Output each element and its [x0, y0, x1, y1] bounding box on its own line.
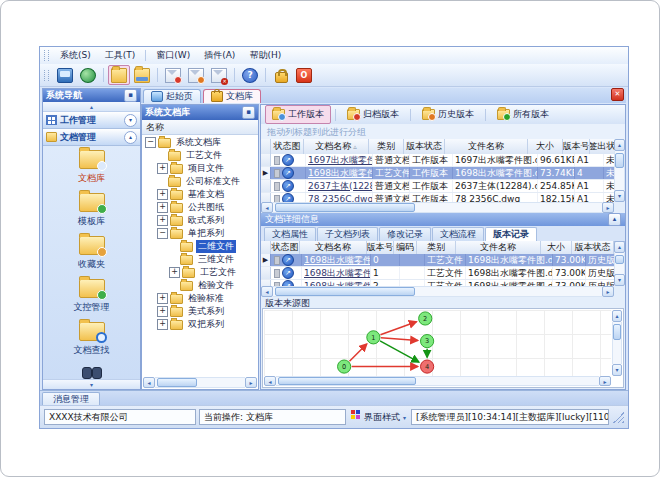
work-version-button[interactable]: 工作版本	[265, 105, 331, 124]
scroll-track[interactable]	[612, 322, 622, 364]
table-row[interactable]: ↗1698出水嘴零件图.dwg1工艺文件1698出水嘴零件图.dwg73.00K…	[261, 267, 614, 280]
column-header-6[interactable]: 文件名称	[456, 241, 541, 254]
graph-node-0[interactable]: 0	[338, 360, 351, 373]
tab-document-library[interactable]: 文档库	[203, 89, 261, 103]
scroll-arrow-right-icon[interactable]: ▸	[245, 377, 257, 388]
chevron-down-icon[interactable]: ▾	[124, 114, 137, 127]
sidebar-group-document-management[interactable]: 文档管理▴	[43, 129, 140, 146]
detail-tab[interactable]: 版本记录	[485, 227, 537, 241]
tree-hscrollbar[interactable]: ◂▸	[143, 377, 257, 388]
detail-tab[interactable]: 子文档列表	[317, 227, 378, 241]
history-version-button[interactable]: 历史版本	[415, 105, 481, 124]
column-header-3[interactable]: 版本号	[367, 241, 394, 254]
document-link[interactable]: 1697出水嘴零件图.dwg	[306, 154, 373, 166]
mail-send-button[interactable]	[185, 65, 207, 85]
menu-item[interactable]: 插件(A)	[197, 47, 242, 64]
graph-node-3[interactable]: 3	[421, 335, 434, 348]
column-header-2[interactable]: 文档名称	[300, 241, 367, 254]
scroll-track[interactable]	[276, 376, 599, 386]
scroll-thumb[interactable]	[278, 377, 416, 385]
mail-button[interactable]	[162, 65, 184, 85]
tree-expand-icon[interactable]: +	[169, 267, 180, 278]
column-header-3[interactable]: 类别	[369, 139, 404, 154]
tree-node[interactable]: +工艺文件	[142, 266, 258, 279]
scroll-track[interactable]	[614, 253, 625, 274]
tree-expand-icon[interactable]: +	[157, 163, 168, 174]
detail-tab[interactable]: 文档属性	[264, 227, 316, 241]
table-row[interactable]: ↗2637主体(12284).dwg普通文档工作版本2637主体(12284).…	[261, 180, 614, 193]
tree-expand-icon[interactable]: +	[157, 215, 168, 226]
globe-button[interactable]	[77, 65, 99, 85]
scroll-thumb[interactable]	[613, 324, 621, 340]
scroll-arrow-right-icon[interactable]: ▸	[602, 202, 614, 213]
sidebar-item-favorites[interactable]: 收藏夹	[43, 236, 140, 271]
scroll-thumb[interactable]	[157, 378, 197, 387]
tree-expand-icon[interactable]: +	[157, 189, 168, 200]
scroll-track[interactable]	[614, 151, 625, 190]
workspace-button[interactable]	[131, 65, 153, 85]
tree-node[interactable]: +基准文档	[142, 188, 258, 201]
tree-expand-icon[interactable]: −	[157, 228, 168, 239]
document-link[interactable]: 1698出水嘴零件图.dwg	[302, 254, 371, 266]
tree-expand-icon[interactable]: +	[157, 202, 168, 213]
graph-node-1[interactable]: 1	[367, 331, 380, 344]
column-header-7[interactable]: 大小	[541, 241, 572, 254]
table-row[interactable]: ▶↗1698出水嘴零件图.dwg工艺文件工作版本1698出水嘴零件图.dwg73…	[261, 167, 614, 180]
document-link[interactable]: 78 2356C.dwg	[306, 193, 373, 202]
scroll-thumb[interactable]	[615, 255, 624, 264]
help-button[interactable]	[239, 65, 261, 85]
tree-node[interactable]: +欧式系列	[142, 214, 258, 227]
pin-icon[interactable]: ▪	[242, 106, 255, 119]
document-link[interactable]: 1698出水嘴零件图.dwg	[306, 167, 373, 179]
resize-grip[interactable]	[613, 412, 624, 423]
table-row[interactable]: ▶↗1698出水嘴零件图.dwg0工艺文件1698出水嘴零件图.dwg73.00…	[261, 254, 614, 267]
lock-button[interactable]	[270, 65, 292, 85]
sidebar-item-template-library[interactable]: 模板库	[43, 193, 140, 228]
column-header-6[interactable]: 大小	[528, 139, 563, 154]
tree-node[interactable]: −系统文档库	[142, 136, 258, 149]
sidebar-item-document-library[interactable]: 文档库	[43, 150, 140, 185]
tree-expand-icon[interactable]: +	[157, 319, 168, 330]
sidebar-item-doc-control[interactable]: 文控管理	[43, 279, 140, 314]
column-header-1[interactable]: 状态图	[271, 241, 300, 254]
tree-node[interactable]: +检验标准	[142, 292, 258, 305]
style-selector[interactable]: 界面样式 ▾	[349, 411, 408, 424]
detail-tab[interactable]: 文档流程	[432, 227, 484, 241]
graph-node-2[interactable]: 2	[419, 312, 432, 325]
message-management-tab[interactable]: 消息管理	[42, 392, 100, 406]
tree-node[interactable]: +项目文件	[142, 162, 258, 175]
scroll-track[interactable]	[273, 202, 602, 213]
mail-delete-button[interactable]	[208, 65, 230, 85]
document-link[interactable]: 2637主体(12284).dwg	[306, 180, 373, 192]
menu-item[interactable]: 系统(S)	[53, 47, 98, 64]
sidebar-group-work-management[interactable]: 工作管理▾	[43, 112, 140, 129]
column-header-1[interactable]: 状态图	[271, 139, 304, 154]
tree-node[interactable]: +公共图纸	[142, 201, 258, 214]
tab-start-page[interactable]: 起始页	[143, 89, 201, 103]
scroll-arrow-left-icon[interactable]: ◂	[264, 376, 276, 386]
column-header-8[interactable]: 版本状态	[572, 241, 614, 254]
scroll-arrow-left-icon[interactable]: ◂	[261, 286, 273, 297]
table-row[interactable]: ↗1697出水嘴零件图.dwg普通文档工作版本1697出水嘴零件图.dwg96.…	[261, 154, 614, 167]
scroll-track[interactable]	[155, 377, 245, 388]
scroll-arrow-up-icon[interactable]: ▴	[614, 139, 625, 151]
column-header-7[interactable]: 版本号	[563, 139, 590, 154]
tree-expand-icon[interactable]: +	[157, 293, 168, 304]
column-header-4[interactable]: 版本状态	[404, 139, 445, 154]
sidebar-item-folder-search[interactable]: 文件夹查找	[43, 365, 140, 379]
doc-table-hscrollbar[interactable]: ◂▸	[261, 202, 614, 213]
sidebar-scroll-down[interactable]: ▾	[43, 379, 140, 389]
desktop-button[interactable]	[54, 65, 76, 85]
scroll-arrow-left-icon[interactable]: ◂	[143, 377, 155, 388]
collapse-icon[interactable]: ▴	[608, 213, 621, 226]
tree-node[interactable]: +美式系列	[142, 305, 258, 318]
sidebar-item-doc-search[interactable]: 文档查找	[43, 322, 140, 357]
scroll-arrow-down-icon[interactable]: ▾	[612, 364, 622, 376]
scroll-arrow-down-icon[interactable]: ▾	[614, 190, 625, 202]
document-library-button[interactable]	[108, 65, 130, 85]
scroll-thumb[interactable]	[275, 203, 415, 212]
all-version-button[interactable]: 所有版本	[490, 105, 556, 124]
version-table-vscrollbar[interactable]: ▴▾	[614, 241, 625, 286]
scroll-arrow-up-icon[interactable]: ▴	[614, 241, 625, 253]
tree-node[interactable]: 检验文件	[142, 279, 258, 292]
